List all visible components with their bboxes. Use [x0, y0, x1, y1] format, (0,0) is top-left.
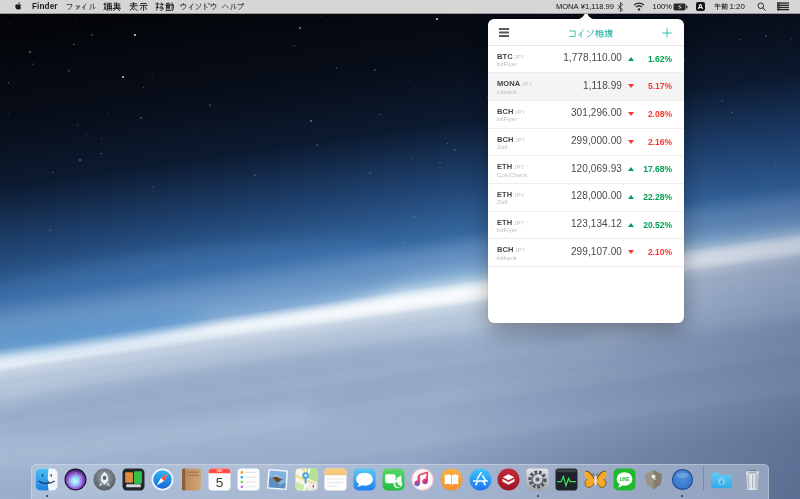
svg-text:5: 5 [216, 474, 224, 489]
svg-text:LINE: LINE [620, 476, 630, 481]
svg-text:SAT: SAT [217, 469, 223, 473]
